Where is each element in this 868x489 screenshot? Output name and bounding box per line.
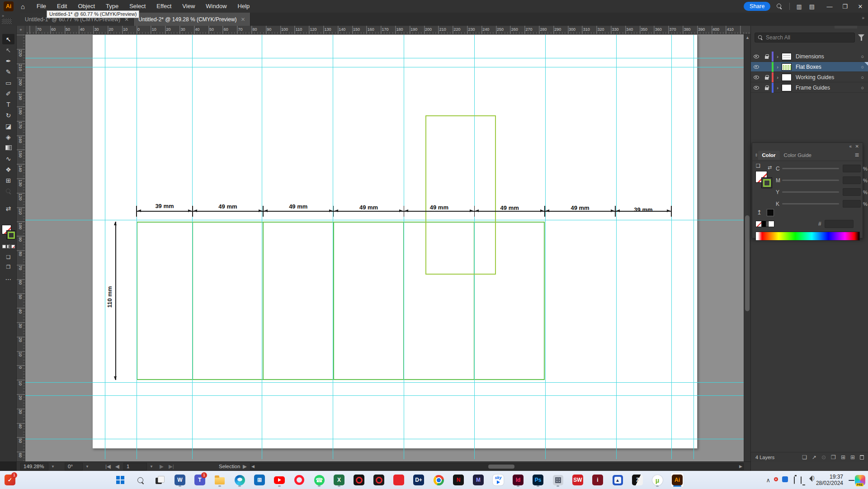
channel-slider[interactable] [782, 191, 839, 193]
opera[interactable] [293, 473, 306, 487]
cycle-icon[interactable]: ⇕ [755, 153, 758, 157]
whatsapp[interactable]: ☎ [313, 473, 326, 487]
delete-layer-icon[interactable] [860, 455, 864, 460]
gradient-tool[interactable] [2, 142, 14, 153]
first-artboard-icon[interactable]: |◀ [105, 462, 111, 471]
visibility-toggle[interactable] [751, 65, 762, 69]
color-spectrum-bar[interactable] [755, 232, 860, 241]
menu-window[interactable]: Window [200, 0, 232, 13]
rhino-7[interactable]: 7 [631, 473, 644, 487]
vertical-ruler[interactable]: 2202102001901801701601501401301201101009… [17, 34, 25, 461]
curvature-tool[interactable]: ✎ [2, 66, 14, 77]
calculator[interactable] [552, 473, 564, 487]
swap-fill-stroke-icon[interactable]: ⇄ [2, 203, 14, 214]
locate-object-icon[interactable]: ⊙ [821, 454, 826, 461]
network-icon[interactable] [801, 477, 802, 484]
direct-selection-tool[interactable]: ↖ [2, 45, 14, 55]
selected-box[interactable] [425, 115, 496, 275]
youtube[interactable] [273, 473, 286, 487]
layers-search-input[interactable]: Search All [755, 33, 855, 43]
swatch-pair-icon[interactable]: ❑ [756, 163, 760, 169]
visibility-toggle[interactable] [751, 76, 762, 79]
task-view[interactable] [154, 473, 166, 487]
taskbar-search[interactable] [134, 473, 146, 487]
indesign[interactable]: Id [512, 473, 524, 487]
search-icon[interactable] [777, 4, 782, 9]
horizontal-guide[interactable] [25, 220, 744, 220]
expand-layer-icon[interactable]: › [774, 75, 782, 80]
none-mode-icon[interactable] [11, 245, 15, 248]
lock-toggle[interactable] [762, 85, 772, 90]
release-clipping-icon[interactable]: ↗ [812, 454, 816, 461]
zoom-dropdown-icon[interactable]: ▼ [51, 462, 55, 471]
horizontal-scroll-thumb[interactable] [488, 465, 514, 469]
status-expand-icon[interactable]: ▶ [243, 462, 247, 471]
last-artboard-icon[interactable]: ▶| [169, 462, 174, 471]
notification-app[interactable]: ✓1 [4, 473, 16, 487]
window-close-button[interactable]: ✕ [853, 0, 868, 13]
black-chip[interactable] [762, 221, 768, 227]
channel-value-input[interactable] [843, 188, 861, 196]
channel-slider[interactable] [782, 168, 839, 169]
rotation-field[interactable]: 0° [65, 463, 83, 470]
fill-stroke-indicator[interactable] [1, 224, 16, 242]
scroll-up-icon[interactable]: ▲ [745, 35, 750, 40]
pen-tool[interactable]: ✒ [2, 56, 14, 66]
ruler-origin-corner[interactable]: ⌖ [17, 26, 25, 34]
selection-tool[interactable]: ↖ [2, 34, 14, 44]
lock-toggle[interactable] [762, 54, 772, 59]
layer-row-frame-guides[interactable]: ›Frame Guides○ [751, 83, 868, 93]
close-tab-icon[interactable]: ✕ [241, 16, 245, 23]
media-encoder[interactable]: M [472, 473, 485, 487]
stroke-green-swatch[interactable] [761, 177, 772, 188]
horizontal-guide[interactable] [25, 58, 744, 58]
draw-mode-icon[interactable]: ❏ [2, 252, 14, 262]
artboard-number-field[interactable]: 1 [123, 463, 147, 470]
white-chip[interactable] [768, 221, 774, 227]
scanner-app[interactable]: ▲ [611, 473, 624, 487]
start-button[interactable] [114, 473, 127, 487]
black-swatch[interactable] [767, 209, 774, 216]
vertical-scrollbar[interactable]: ▲ [744, 34, 750, 461]
artboard-tool[interactable]: ⊞ [2, 175, 14, 185]
rectangle-tool[interactable]: ▭ [2, 77, 14, 88]
expand-layer-icon[interactable]: › [774, 85, 782, 90]
bluetooth-device-icon[interactable] [782, 476, 788, 484]
file-explorer[interactable] [213, 473, 226, 487]
flat-box-divider[interactable] [263, 222, 264, 380]
channel-slider[interactable] [782, 180, 839, 181]
artboard-dropdown-icon[interactable]: ▼ [150, 462, 153, 471]
utorrent[interactable]: µ [651, 473, 664, 487]
hex-input[interactable] [825, 220, 854, 228]
document-tab-2[interactable]: Untitled-2* @ 149.28 % (CMYK/Preview)✕ [134, 13, 250, 26]
color-mode-icon[interactable] [2, 245, 6, 248]
channel-value-input[interactable] [843, 165, 861, 172]
zoom-tool[interactable] [2, 186, 14, 196]
expand-layer-icon[interactable]: › [774, 54, 782, 59]
menu-help[interactable]: Help [232, 0, 255, 13]
none-chip[interactable] [755, 221, 762, 227]
microsoft-store[interactable]: ⊞ [253, 473, 266, 487]
new-layer-icon[interactable]: ⊞ [850, 454, 855, 461]
zoom-level-field[interactable]: 149.28% [20, 463, 48, 470]
rotate-tool[interactable]: ↻ [2, 110, 14, 120]
solidworks[interactable]: SW [571, 473, 584, 487]
workspace-switcher-icon[interactable]: ▤ [809, 3, 815, 10]
volume-icon[interactable] [807, 477, 810, 484]
collect-for-export-icon[interactable]: ❏ [802, 454, 807, 461]
width-tool[interactable]: ∿ [2, 153, 14, 164]
paintbrush-tool[interactable]: ✐ [2, 88, 14, 99]
scroll-right-icon[interactable]: ▶ [739, 464, 742, 469]
vertical-scroll-thumb[interactable] [745, 215, 750, 311]
stroke-green-swatch[interactable] [6, 230, 15, 239]
new-sublayer-icon[interactable]: ⊞ [841, 454, 845, 461]
illustrator[interactable]: Ai [671, 473, 684, 487]
info-app[interactable]: i [591, 473, 604, 487]
netflix[interactable]: N [452, 473, 465, 487]
panel-collapse-icon[interactable]: » [862, 15, 864, 20]
more-tools-icon[interactable]: ⋯ [2, 274, 14, 284]
edge[interactable] [233, 473, 246, 487]
eraser-tool[interactable]: ◪ [2, 121, 14, 131]
word[interactable]: W [174, 473, 186, 487]
menu-effect[interactable]: Effect [151, 0, 177, 13]
